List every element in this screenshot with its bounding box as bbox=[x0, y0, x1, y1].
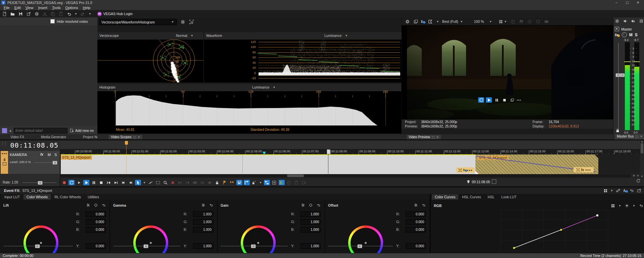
event-fx-icon[interactable]: fx bbox=[581, 168, 584, 172]
value-r[interactable]: 1.000 bbox=[193, 211, 213, 217]
go-to-end-icon[interactable] bbox=[113, 180, 119, 185]
close-tab-icon[interactable]: ✕ bbox=[138, 136, 140, 139]
wheel-center-point[interactable] bbox=[150, 242, 152, 244]
selection-length-box[interactable] bbox=[492, 179, 496, 184]
hdr-preview-icon[interactable] bbox=[543, 19, 549, 24]
dock-icon[interactable]: ▢ bbox=[636, 135, 639, 138]
curves-tab-color-curves[interactable]: Color Curves bbox=[432, 194, 458, 200]
menu-help[interactable]: Help bbox=[81, 6, 93, 10]
timeline-event-1[interactable]: STS_13_HQexport fx ●●● bbox=[61, 154, 476, 175]
track-name[interactable]: KAAMERA bbox=[10, 153, 27, 157]
event-more-icon[interactable]: ●●● bbox=[467, 169, 473, 172]
value-g[interactable]: 0.000 bbox=[406, 219, 426, 225]
downmix-output-icon[interactable] bbox=[630, 18, 636, 24]
curves-tab-hsl-curves[interactable]: HSL Curves bbox=[459, 194, 484, 200]
loop-playback-icon[interactable] bbox=[68, 180, 75, 185]
bus-icon[interactable] bbox=[615, 27, 619, 31]
scope-snapshot-icon[interactable] bbox=[188, 19, 194, 25]
reset-undo-icon[interactable] bbox=[100, 202, 106, 208]
tab-media-generator[interactable]: Media Generator bbox=[39, 135, 68, 139]
track-color-strip[interactable]: ●●● 4 bbox=[1, 151, 8, 174]
fader-handle-right[interactable] bbox=[620, 73, 625, 77]
value-b[interactable]: 1.000 bbox=[193, 227, 213, 233]
value-g[interactable]: 1.000 bbox=[193, 219, 213, 225]
reset-undo-icon[interactable] bbox=[208, 202, 214, 208]
master-fader-track[interactable] bbox=[618, 43, 619, 130]
fx-tab-input-lut[interactable]: Input LUT bbox=[1, 194, 23, 200]
note-color-swatch[interactable] bbox=[2, 128, 7, 133]
preview-loop-play-icon[interactable] bbox=[478, 97, 484, 103]
preview-pause-icon[interactable] bbox=[494, 97, 500, 103]
show-sliders-icon[interactable] bbox=[413, 202, 419, 208]
fx-float-window-icon[interactable] bbox=[636, 188, 642, 193]
previous-frame-icon[interactable] bbox=[120, 180, 126, 185]
scroll-down-icon[interactable]: ▼ bbox=[640, 175, 644, 177]
note-label-input[interactable] bbox=[14, 128, 67, 134]
track-fx-button[interactable]: fx bbox=[40, 153, 43, 156]
value-b[interactable]: 0.000 bbox=[406, 227, 426, 233]
cursor-time[interactable]: 00:11:08.05 bbox=[472, 180, 490, 184]
video-output-icon[interactable] bbox=[526, 19, 533, 24]
color-reticle-icon[interactable] bbox=[93, 202, 99, 208]
paste-icon[interactable] bbox=[58, 11, 64, 16]
next-frame-icon[interactable] bbox=[128, 180, 134, 185]
save-snapshot-icon[interactable] bbox=[518, 19, 524, 24]
add-note-button[interactable]: Add new no bbox=[70, 128, 94, 133]
event-pan-crop-icon[interactable] bbox=[576, 168, 580, 172]
grid-overlay-dropdown[interactable]: ▼ bbox=[498, 19, 507, 24]
vegas-hub-login-button[interactable]: HVEGAS Hub Login bbox=[97, 12, 133, 16]
waveform-mode-dropdown[interactable]: Luminance▼ bbox=[324, 34, 348, 38]
copy-snapshot-icon[interactable] bbox=[510, 19, 516, 24]
value-g[interactable]: 1.000 bbox=[301, 219, 321, 225]
tab-video-fx[interactable]: Video FX bbox=[8, 135, 26, 139]
cut-icon[interactable] bbox=[42, 11, 48, 16]
y-slider-knob[interactable] bbox=[251, 244, 256, 248]
dock-icon[interactable]: ▢ bbox=[432, 136, 435, 139]
curves-tab-look-lut[interactable]: Look LUT bbox=[498, 194, 520, 200]
menu-view[interactable]: View bbox=[23, 6, 36, 10]
close-button[interactable]: ✕ bbox=[633, 1, 643, 4]
curve-brightness-icon[interactable] bbox=[624, 203, 630, 208]
hide-resolved-checkbox[interactable] bbox=[50, 19, 55, 23]
timeline-timecode[interactable]: 00:11:08.05 bbox=[5, 141, 58, 149]
value-y[interactable]: 1.000 bbox=[301, 243, 321, 249]
histogram-mode-dropdown[interactable]: Luminance▼ bbox=[252, 85, 276, 89]
plugin-chain-icon[interactable] bbox=[615, 188, 621, 193]
y-slider-knob[interactable] bbox=[143, 244, 148, 248]
track-list-grip[interactable]: ⋮⋮⋮⋮⋮⋮ bbox=[1, 142, 3, 150]
value-b[interactable]: 0.000 bbox=[86, 227, 106, 233]
show-sliders-icon[interactable] bbox=[85, 202, 91, 208]
event-tools-icon[interactable] bbox=[271, 180, 277, 185]
tab-master-bus[interactable]: Master Bus▢✕ bbox=[615, 134, 644, 140]
preview-copy-frame-icon[interactable] bbox=[509, 97, 515, 103]
rate-knob[interactable] bbox=[38, 181, 43, 185]
bus-settings-icon[interactable] bbox=[614, 18, 620, 24]
edit-tool-normal-icon[interactable] bbox=[135, 180, 141, 185]
curve-point-high[interactable] bbox=[596, 214, 598, 216]
plugin-fx-icon[interactable]: fx bbox=[624, 189, 626, 193]
show-sliders-icon[interactable] bbox=[200, 202, 206, 208]
vertical-scrollbar[interactable]: ▲ ▼ bbox=[640, 140, 644, 177]
scope-settings-icon[interactable] bbox=[180, 19, 186, 25]
preview-play-icon[interactable] bbox=[486, 97, 492, 103]
trim-end-icon[interactable] bbox=[185, 180, 191, 185]
close-tab-icon[interactable]: ✕ bbox=[436, 136, 439, 139]
preview-zoom-dropdown[interactable]: 100 %▼ bbox=[474, 19, 493, 23]
slide-trim-icon[interactable] bbox=[207, 180, 213, 185]
mixer-icon[interactable] bbox=[279, 180, 285, 185]
curve-brightness-caret-icon[interactable]: ▼ bbox=[632, 204, 636, 207]
playhead-handle[interactable] bbox=[327, 149, 330, 154]
value-g[interactable]: 0.000 bbox=[86, 219, 106, 225]
curve-point-low[interactable] bbox=[513, 247, 515, 249]
reset-undo-icon[interactable] bbox=[420, 202, 426, 208]
menu-insert[interactable]: Insert bbox=[36, 6, 50, 10]
dock-icon[interactable]: ▢ bbox=[133, 136, 136, 139]
wheel-center-point[interactable] bbox=[257, 242, 259, 244]
value-r[interactable]: 1.000 bbox=[301, 211, 321, 217]
auto-ripple-icon[interactable] bbox=[244, 180, 250, 185]
scrollbar-thumb[interactable] bbox=[641, 143, 643, 153]
value-r[interactable]: 0.000 bbox=[86, 211, 106, 217]
zoom-tool-icon[interactable] bbox=[163, 180, 169, 185]
time-ruler[interactable]: 00:10:59.0000:11:00.0000:11:01.0000:11:0… bbox=[60, 149, 640, 155]
y-slider-knob[interactable] bbox=[35, 244, 40, 248]
